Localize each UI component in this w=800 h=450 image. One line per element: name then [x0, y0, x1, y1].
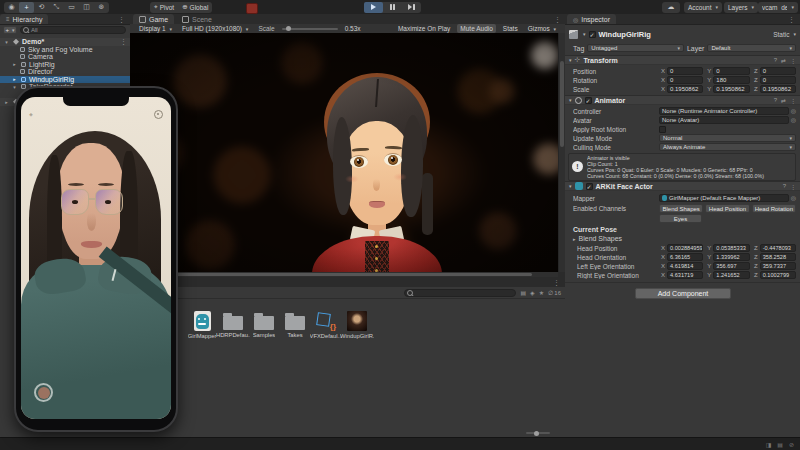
view-tool-icon[interactable]: ◉ [4, 2, 19, 13]
foldout-icon[interactable]: ▾ [3, 39, 10, 45]
culling-mode-dropdown[interactable]: Always Animate▾ [659, 143, 796, 151]
project-menu-icon[interactable]: ⋮ [553, 279, 560, 286]
custom-tool-icon[interactable]: ⊛ [94, 2, 109, 13]
left-eye-z[interactable]: 359.7337 [760, 262, 796, 270]
component-menu-icon[interactable]: ⋮ [790, 57, 796, 64]
hierarchy-item-camera[interactable]: Camera [0, 53, 130, 61]
tab-scene[interactable]: Scene [176, 14, 218, 24]
right-eye-x[interactable]: 4.631719 [667, 271, 703, 279]
hierarchy-item-scene-demo[interactable]: ▾ Demo* ⋮ [0, 38, 130, 46]
scale-slider-knob[interactable] [286, 26, 291, 31]
account-dropdown[interactable]: Account▾ [684, 2, 722, 13]
object-picker-icon[interactable]: ◎ [791, 195, 796, 201]
animator-header[interactable]: ▾ ✓ Animator ?⇄⋮ [565, 95, 800, 105]
head-orientation-z[interactable]: 358.2528 [760, 253, 796, 261]
status-icon-3[interactable]: ⊘ [789, 441, 794, 448]
right-eye-y[interactable]: 1.241652 [713, 271, 749, 279]
icon-dropdown[interactable]: ▾ [583, 31, 586, 37]
mute-audio-toggle[interactable]: Mute Audio [457, 24, 496, 33]
folder-takes[interactable]: Takes [278, 311, 312, 338]
component-menu-icon[interactable]: ⋮ [790, 183, 796, 190]
move-tool-icon[interactable]: + [19, 2, 34, 13]
tab-inspector[interactable]: ◎Inspector [567, 14, 616, 24]
stats-toggle[interactable]: Stats [500, 24, 521, 33]
animator-enabled-checkbox[interactable]: ✓ [585, 97, 592, 104]
scrollbar-thumb[interactable] [132, 273, 532, 276]
rotation-x-field[interactable]: 0 [667, 76, 703, 84]
static-dropdown[interactable]: Static▾ [773, 31, 796, 38]
object-picker-icon[interactable]: ◎ [791, 117, 796, 123]
channel-headposition-button[interactable]: Head Position [705, 204, 749, 213]
blend-shapes-foldout[interactable]: ▸Blend Shapes [573, 235, 622, 242]
transform-tool-icon[interactable]: ◫ [79, 2, 94, 13]
rotation-y-field[interactable]: 180 [713, 76, 749, 84]
status-icon-1[interactable]: ◨ [766, 441, 772, 448]
hierarchy-search-input[interactable]: All [20, 26, 126, 34]
component-menu-icon[interactable]: ⋮ [790, 97, 796, 104]
project-search-input[interactable] [404, 289, 516, 297]
active-checkbox[interactable]: ✓ [589, 31, 596, 38]
scrollbar-thumb[interactable] [560, 61, 564, 147]
foldout-icon[interactable]: ▾ [569, 183, 572, 189]
hierarchy-item-director[interactable]: Director [0, 68, 130, 76]
game-menu-icon[interactable]: ⋮ [554, 16, 561, 23]
object-name[interactable]: WindupGirlRig [599, 30, 651, 39]
position-x-field[interactable]: 0 [667, 67, 703, 75]
rect-tool-icon[interactable]: ▭ [64, 2, 79, 13]
left-eye-y[interactable]: 356.697 [713, 262, 749, 270]
transform-header[interactable]: ▾ ⊹ Transform ?⇄⋮ [565, 55, 800, 65]
foldout-icon[interactable]: ▾ [11, 84, 18, 90]
scene-menu-icon[interactable]: ⋮ [120, 38, 130, 45]
hierarchy-menu-icon[interactable]: ⋮ [118, 16, 125, 23]
presets-icon[interactable]: ⇄ [781, 57, 786, 64]
help-icon[interactable]: ? [774, 97, 777, 103]
status-icon-2[interactable]: ▤ [777, 441, 783, 448]
favorites-icon[interactable]: ★ [539, 289, 544, 296]
controller-field[interactable]: None (Runtime Animator Controller) [659, 107, 789, 115]
scale-tool-icon[interactable]: ⤡ [49, 2, 64, 13]
face-actor-header[interactable]: ▾ ✓ ARKit Face Actor ?⋮ [565, 181, 800, 191]
hidden-packages-count[interactable]: ∅16 [548, 289, 561, 296]
add-object-button[interactable]: +▾ [3, 26, 17, 34]
tab-hierarchy[interactable]: ≡Hierarchy [0, 14, 48, 24]
avatar-field[interactable]: None (Avatar) [659, 116, 789, 124]
thumbnail-size-slider[interactable] [526, 432, 550, 434]
play-button[interactable] [364, 2, 383, 13]
folder-samples[interactable]: Samples [247, 311, 281, 338]
rotate-tool-icon[interactable]: ⟲ [34, 2, 49, 13]
channel-headrotation-button[interactable]: Head Rotation [752, 204, 796, 213]
search-by-label-icon[interactable]: ◈ [530, 289, 535, 296]
gizmos-dropdown[interactable]: Gizmos ▾ [525, 24, 559, 33]
plugin-icon[interactable] [246, 3, 258, 14]
foldout-icon[interactable]: ▸ [3, 99, 10, 105]
presets-icon[interactable]: ⇄ [781, 97, 786, 104]
tab-game[interactable]: Game [133, 14, 174, 24]
mapper-field[interactable]: GirlMapper (Default Face Mapper) [659, 194, 789, 202]
game-vertical-scrollbar[interactable] [558, 33, 565, 272]
pause-button[interactable] [383, 2, 402, 13]
hierarchy-item-skyfog[interactable]: Sky and Fog Volume [0, 46, 130, 54]
tag-dropdown[interactable]: Untagged▾ [587, 44, 684, 52]
face-actor-enabled-checkbox[interactable]: ✓ [586, 183, 593, 190]
pivot-toggle[interactable]: ⌖Pivot [150, 2, 178, 13]
head-position-z[interactable]: -0.4478093 [760, 244, 796, 252]
asset-girlmapper[interactable]: GirlMapper [185, 311, 219, 339]
inspector-menu-icon[interactable]: ⋮ [788, 16, 795, 23]
position-y-field[interactable]: 0 [713, 67, 749, 75]
help-icon[interactable]: ? [783, 183, 786, 189]
root-motion-checkbox[interactable] [659, 126, 666, 133]
asset-windupgirl[interactable]: WindupGirlR... [340, 311, 374, 339]
foldout-icon[interactable]: ▸ [11, 61, 18, 67]
scale-x-field[interactable]: 0.1950862 [667, 85, 703, 93]
asset-vfxdefault[interactable]: {} VFXDefaul... [309, 311, 343, 339]
scale-z-field[interactable]: 0.1950862 [760, 85, 796, 93]
layers-dropdown[interactable]: Layers▾ [724, 2, 758, 13]
hierarchy-item-windupgirlrig[interactable]: ▸WindupGirlRig [0, 76, 130, 84]
display-dropdown[interactable]: Display 1 ▾ [136, 24, 175, 33]
channel-eyes-button[interactable]: Eyes [659, 214, 702, 223]
foldout-icon[interactable]: ▸ [11, 76, 18, 82]
step-button[interactable] [402, 2, 421, 13]
maximize-on-play-toggle[interactable]: Maximize On Play [395, 24, 453, 33]
hierarchy-item-lightrig[interactable]: ▸LightRig [0, 61, 130, 69]
search-by-type-icon[interactable]: ▤ [520, 289, 526, 296]
